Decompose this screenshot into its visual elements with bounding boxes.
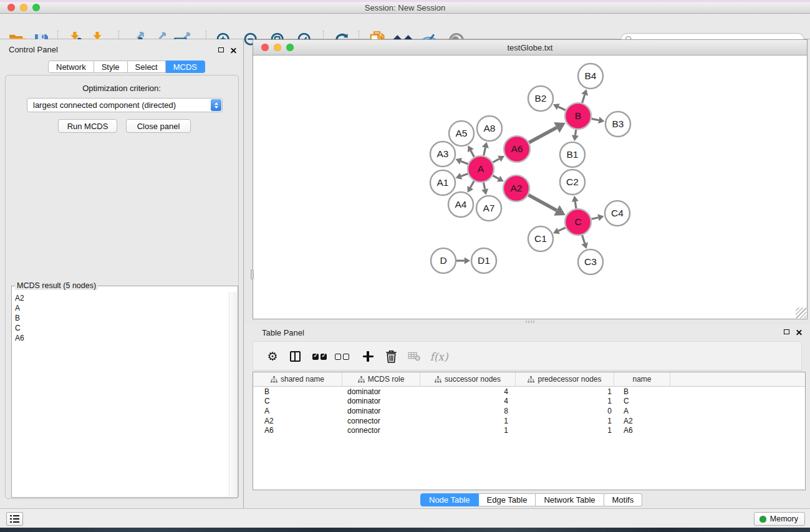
edge-A-A6[interactable]: [493, 156, 504, 163]
table-cell[interactable]: 1: [516, 397, 614, 405]
table-cell[interactable]: 4: [420, 387, 516, 396]
table-cell[interactable]: 8: [420, 407, 516, 415]
node-B4[interactable]: B4: [578, 64, 603, 89]
tab-motifs[interactable]: Motifs: [604, 493, 643, 506]
node-A8[interactable]: A8: [477, 116, 502, 141]
splitter-grip-horizontal[interactable]: [526, 321, 534, 323]
close-table-panel-icon[interactable]: [796, 329, 803, 336]
table-cell[interactable]: connector: [342, 426, 420, 435]
result-item[interactable]: A2: [15, 293, 228, 303]
edge-C-C2[interactable]: [572, 196, 579, 208]
table-row[interactable]: Adominator80A: [253, 406, 805, 416]
table-cell[interactable]: A2: [253, 417, 342, 425]
edge-D-D1[interactable]: [456, 257, 470, 264]
select-all-button[interactable]: [308, 342, 330, 371]
function-builder-button[interactable]: f(x): [427, 342, 451, 371]
node-B1[interactable]: B1: [560, 142, 585, 167]
edge-A2-C[interactable]: [528, 195, 565, 216]
table-cell[interactable]: 0: [516, 407, 614, 415]
mcds-result-list[interactable]: A2ABCA6: [12, 292, 228, 496]
node-D[interactable]: D: [431, 248, 456, 273]
edge-B-B3[interactable]: [592, 117, 605, 123]
float-table-panel-icon[interactable]: [784, 329, 789, 334]
edge-A-A4[interactable]: [467, 181, 474, 193]
float-panel-icon[interactable]: [218, 47, 224, 52]
node-A2[interactable]: A2: [503, 175, 529, 201]
table-cell[interactable]: 4: [420, 397, 516, 405]
table-row[interactable]: Bdominator41B: [253, 387, 805, 397]
result-scrollbar[interactable]: [229, 292, 237, 496]
tab-node-table[interactable]: Node Table: [420, 493, 479, 506]
column-header-name[interactable]: name: [614, 372, 670, 386]
table-cell[interactable]: A: [253, 407, 342, 415]
column-header-successor-nodes[interactable]: successor nodes: [420, 372, 516, 386]
table-cell[interactable]: A6: [253, 426, 342, 435]
delete-columns-button[interactable]: [382, 342, 400, 371]
edge-A-A3[interactable]: [455, 158, 468, 164]
table-cell[interactable]: 1: [516, 417, 614, 425]
network-canvas[interactable]: B4B2BB3A8A5A6A3B1AC2A1A2A4A7C4CC1C3DD1: [253, 56, 807, 319]
node-B3[interactable]: B3: [605, 112, 630, 137]
deselect-all-button[interactable]: [330, 342, 353, 371]
node-A3[interactable]: A3: [430, 142, 455, 167]
node-C3[interactable]: C3: [578, 249, 603, 274]
table-cell[interactable]: C: [614, 397, 670, 405]
table-cell[interactable]: C: [253, 397, 342, 405]
tab-style[interactable]: Style: [94, 60, 128, 73]
table-cell[interactable]: dominator: [342, 387, 420, 396]
run-mcds-button[interactable]: Run MCDS: [58, 119, 117, 133]
tab-network[interactable]: Network: [48, 60, 94, 73]
node-C4[interactable]: C4: [605, 201, 630, 226]
table-cell[interactable]: dominator: [342, 407, 420, 415]
edge-C-C3[interactable]: [581, 235, 588, 249]
edge-C-C4[interactable]: [591, 214, 604, 221]
add-column-button[interactable]: [358, 342, 378, 371]
result-item[interactable]: A: [15, 303, 228, 313]
edge-A6-B[interactable]: [529, 122, 565, 142]
tab-mcds[interactable]: MCDS: [166, 60, 205, 73]
toggle-panels-button[interactable]: [286, 342, 304, 371]
node-C2[interactable]: C2: [560, 170, 585, 195]
column-settings-button[interactable]: ⚙: [263, 342, 282, 371]
memory-button[interactable]: Memory: [754, 512, 805, 526]
delete-table-button[interactable]: [404, 342, 424, 371]
edge-B-B2[interactable]: [553, 104, 566, 110]
table-cell[interactable]: 1: [516, 426, 614, 435]
column-header-shared-name[interactable]: shared name: [253, 372, 342, 386]
table-row[interactable]: A2connector11A2: [253, 416, 805, 426]
node-C1[interactable]: C1: [528, 226, 553, 251]
tab-edge-table[interactable]: Edge Table: [479, 493, 536, 506]
table-cell[interactable]: B: [253, 387, 342, 396]
tab-network-table[interactable]: Network Table: [536, 493, 604, 506]
node-A4[interactable]: A4: [448, 192, 473, 217]
node-A[interactable]: A: [468, 156, 494, 182]
result-item[interactable]: C: [15, 323, 228, 333]
edge-C-C1[interactable]: [553, 228, 566, 234]
close-panel-button[interactable]: Close panel: [126, 119, 191, 133]
criterion-select[interactable]: largest connected component (directed): [27, 98, 223, 112]
table-cell[interactable]: connector: [342, 417, 420, 425]
table-cell[interactable]: 1: [516, 387, 614, 396]
task-history-button[interactable]: [6, 512, 23, 526]
node-B2[interactable]: B2: [528, 86, 553, 111]
edge-A-A7[interactable]: [481, 183, 488, 195]
table-cell[interactable]: dominator: [342, 397, 420, 405]
table-cell[interactable]: B: [614, 387, 670, 396]
node-A7[interactable]: A7: [476, 196, 501, 221]
network-window-titlebar[interactable]: testGlobe.txt: [253, 40, 807, 56]
column-header-MCDS-role[interactable]: MCDS role: [342, 372, 420, 386]
window-resize-grip[interactable]: [796, 307, 806, 318]
node-A6[interactable]: A6: [504, 136, 530, 162]
table-row[interactable]: A6connector11A6: [253, 425, 805, 435]
splitter-grip[interactable]: [251, 269, 254, 279]
node-D1[interactable]: D1: [471, 248, 496, 273]
edge-B-B1[interactable]: [572, 130, 579, 141]
edge-A-A1[interactable]: [456, 173, 468, 180]
table-cell[interactable]: A6: [614, 426, 670, 435]
edge-A-A5[interactable]: [468, 145, 474, 157]
tab-select[interactable]: Select: [128, 60, 166, 73]
result-item[interactable]: A6: [15, 333, 228, 343]
close-panel-icon[interactable]: [230, 47, 237, 54]
node-C[interactable]: C: [565, 209, 591, 235]
result-item[interactable]: B: [15, 313, 228, 323]
